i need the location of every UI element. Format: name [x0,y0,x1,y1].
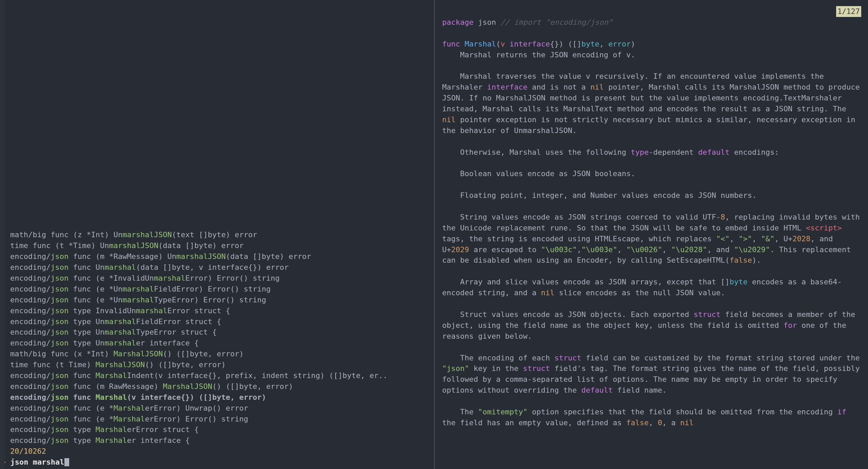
if-kw: if [837,408,847,416]
preview-match-count: 1/127 [836,6,861,17]
comma-2: , [752,234,761,243]
package-keyword: package [442,18,474,26]
func-name: Marshal [465,40,496,48]
list-item[interactable]: time func (t Time) MarshalJSON() ([]byte… [10,359,434,370]
byte-type-2: byte [730,278,748,286]
esc2: "\u003e" [581,245,617,254]
doc-para-1: Marshal returns the JSON encoding of v. [460,51,635,59]
doc-para-7a: Array and slice values encode as JSON ar… [460,278,730,286]
interface-kw: interface [487,83,527,91]
sig-close: ) [631,40,635,48]
text-cursor [64,458,69,466]
list-item[interactable]: encoding/json type InvalidUnmarshalError… [10,305,434,316]
u2028-num: 2028 [792,234,810,243]
package-name: json [478,18,496,26]
doc-para-10a: The [460,408,478,416]
nil-kw-3: nil [541,288,554,297]
nil-kw: nil [590,83,604,91]
param-type: interface [510,40,550,48]
false-kw-2: false [626,418,649,427]
list-item[interactable]: encoding/json func (e *UnmarshalFieldErr… [10,284,434,295]
type-kw: type [631,148,649,156]
comma-1: , [730,234,739,243]
left-gutter [0,0,5,469]
amp-str: "&" [761,234,774,243]
list-item[interactable]: math/big func (z *Int) UnmarshalJSON(tex… [10,229,434,240]
list-item[interactable]: >encoding/json func Marshal(v interface{… [10,392,434,403]
doc-para-7c: slice encodes as the null JSON value. [554,288,725,297]
zero-num: 0 [658,418,662,427]
json-str: "json" [442,364,469,373]
doc-para-3c: encodings: [730,148,779,156]
list-item[interactable]: encoding/json type UnmarshalTypeError st… [10,327,434,338]
esc5: "\u2029" [734,245,770,254]
comma-5: , [649,418,658,427]
list-item[interactable]: encoding/json type MarshalerError struct… [10,424,434,435]
sig-rest: {}) ([] [550,40,581,48]
results-pane: math/big func (z *Int) UnmarshalJSON(tex… [0,0,434,469]
doc-para-3a: Otherwise, Marshal uses the following [460,148,631,156]
doc-para-6f: ). [752,256,761,264]
preview-pane: 1/127package json // import "encoding/js… [434,0,868,469]
nil-kw-4: nil [680,418,694,427]
list-item[interactable]: encoding/json func (e *UnmarshalTypeErro… [10,295,434,305]
default-kw: default [698,148,730,156]
error-type: error [608,40,631,48]
sig-sep: , [599,40,609,48]
param-v: v [500,40,505,48]
doc-para-9c: key in the [469,364,523,373]
esc4: "\u2028" [671,245,707,254]
doc-para-9e: field name. [613,386,667,394]
search-input[interactable]: json marshal [11,458,64,466]
list-item[interactable]: encoding/json type UnmarshalFieldError s… [10,316,434,327]
list-item[interactable]: encoding/json func (e *MarshalerError) U… [10,403,434,414]
doc-para-4: Boolean values encode as JSON booleans. [460,169,635,178]
omitempty-str: "omitempty" [478,408,528,416]
result-list[interactable]: math/big func (z *Int) UnmarshalJSON(tex… [0,229,434,446]
doc-para-2d: pointer exception is not strictly necess… [442,115,860,135]
u2029-num: 2029 [451,245,469,254]
doc-para-9b: field can be customized by the format st… [581,354,864,362]
byte-type: byte [581,40,599,48]
script-tag: <script> [806,224,842,232]
gt-str: ">" [738,234,752,243]
esc1: "\u003c" [541,245,577,254]
list-item[interactable]: encoding/json func (m RawMessage) Marsha… [10,381,434,392]
doc-para-10b: option specifies that the field should b… [528,408,837,416]
for-kw: for [784,321,797,330]
list-item[interactable]: encoding/json type Unmarshaler interface… [10,338,434,349]
doc-para-9a: The encoding of each [460,354,554,362]
false-kw: false [730,256,752,264]
doc-preview[interactable]: 1/127package json // import "encoding/js… [435,0,868,439]
doc-para-6d: are escaped to [469,245,541,254]
doc-para-8a: Struct values encode as JSON objects. Ea… [460,310,694,319]
search-prompt[interactable]: > json marshal [0,457,434,468]
app-root: math/big func (z *Int) UnmarshalJSON(tex… [0,0,868,469]
doc-para-2b: and is not a [528,83,590,91]
list-item[interactable]: time func (t *Time) UnmarshalJSON(data [… [10,240,434,251]
lt-str: "<" [716,234,730,243]
list-item[interactable]: math/big func (x *Int) MarshalJSON() ([]… [10,349,434,359]
nil-kw-2: nil [442,115,456,124]
comma-3: , [617,245,627,254]
list-item[interactable]: encoding/json func (m *RawMessage) Unmar… [10,251,434,262]
esc3: "\u0026" [626,245,662,254]
comma-4: , [662,245,671,254]
sig-open: ( [496,40,500,48]
struct-kw: struct [694,310,721,319]
list-item[interactable]: encoding/json func (e *InvalidUnmarshalE… [10,273,434,284]
and-word-2: , and [707,245,734,254]
list-item[interactable]: encoding/json func (e *MarshalerError) E… [10,414,434,425]
doc-para-6a: String values encode as JSON strings coe… [460,213,721,221]
num-8: 8 [721,213,725,221]
list-item[interactable]: encoding/json type Marshaler interface { [10,435,434,446]
struct-kw-2: struct [554,354,581,362]
func-keyword: func [442,40,460,48]
doc-para-3b: -dependent [649,148,698,156]
match-status: 20/10262 [0,446,434,457]
list-item[interactable]: encoding/json func Unmarshal(data []byte… [10,262,434,273]
list-item[interactable]: encoding/json func MarshalIndent(v inter… [10,370,434,381]
u2028-pre: , U+ [774,234,792,243]
struct-kw-3: struct [523,364,550,373]
doc-para-5: Floating point, integer, and Number valu… [460,191,756,200]
